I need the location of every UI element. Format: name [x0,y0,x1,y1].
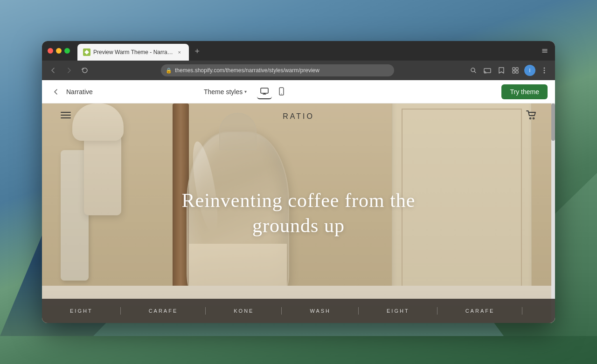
hero-title: Reinventing coffee from the grounds up [159,188,438,239]
close-window-button[interactable] [48,48,53,54]
svg-rect-5 [513,71,515,73]
titlebar-right-controls [540,46,549,55]
svg-point-7 [544,68,545,69]
profile-initial: I [529,68,531,73]
theme-preview-bar: Narrative Theme styles ▾ [42,80,555,103]
back-button[interactable] [48,65,59,76]
browser-titlebar: Preview Warm Theme - Narra… × + [42,41,555,61]
hero-title-line2: grounds up [252,215,345,237]
profile-avatar[interactable]: I [524,65,535,76]
marquee-item-3: WASH [282,308,359,314]
svg-rect-6 [516,71,518,73]
preview-scrollbar[interactable] [551,103,555,323]
expand-icon[interactable] [540,46,549,55]
more-options-icon[interactable] [539,65,549,76]
svg-point-13 [530,118,531,119]
active-tab[interactable]: Preview Warm Theme - Narra… × [77,44,189,61]
forward-button[interactable] [63,65,75,76]
svg-point-8 [544,70,545,71]
site-navigation: RATIO [42,103,555,129]
hamburger-menu-icon[interactable] [61,111,71,121]
desktop-view-button[interactable] [257,84,272,99]
shopify-logo-icon [84,50,89,55]
addressbar-icons: I [468,65,549,76]
tab-area: Preview Warm Theme - Narra… × + [77,41,536,61]
traffic-lights [48,48,70,54]
website-preview-area: RATIO Reinventing coffee from the ground… [42,103,555,323]
mobile-view-button[interactable] [274,84,289,99]
device-toggle-group [257,84,289,99]
svg-point-2 [484,73,485,74]
svg-rect-4 [516,68,518,70]
minimize-window-button[interactable] [56,48,62,54]
lock-icon: 🔒 [166,68,172,74]
hero-title-line1: Reinventing coffee from the [182,190,416,211]
svg-rect-1 [484,69,491,73]
marquee-item-2: KONE [206,308,282,314]
tab-close-button[interactable]: × [176,48,183,56]
theme-styles-label: Theme styles [204,88,243,96]
url-text: themes.shopify.com/themes/narrative/styl… [175,67,389,74]
browser-window: Preview Warm Theme - Narra… × + [42,41,555,323]
theme-controls: Theme styles ▾ [199,84,289,99]
tab-manager-icon[interactable] [510,65,521,76]
marquee-item-4: EIGHT [359,308,437,314]
marquee-item-5: CARAFE [437,308,523,314]
reload-button[interactable] [79,65,90,76]
new-tab-button[interactable]: + [191,45,204,58]
hero-text-block: Reinventing coffee from the grounds up [159,188,438,239]
website-preview: RATIO Reinventing coffee from the ground… [42,103,555,323]
chevron-down-icon: ▾ [244,89,247,94]
marquee-item-0: EIGHT [42,308,121,314]
marquee-item-1: CARAFE [121,308,206,314]
address-bar[interactable]: 🔒 themes.shopify.com/themes/narrative/st… [161,64,394,76]
bookmark-icon[interactable] [496,65,507,76]
theme-styles-dropdown[interactable]: Theme styles ▾ [199,85,251,98]
svg-rect-10 [261,88,268,93]
tab-title: Preview Warm Theme - Narra… [93,49,173,55]
site-logo[interactable]: RATIO [283,112,314,121]
browser-addressbar: 🔒 themes.shopify.com/themes/narrative/st… [42,61,555,80]
theme-name-label: Narrative [66,88,93,96]
try-theme-button[interactable]: Try theme [501,84,548,99]
svg-point-9 [544,72,545,74]
svg-point-12 [281,93,282,94]
svg-rect-3 [513,68,515,70]
cast-icon[interactable] [482,65,493,76]
search-icon[interactable] [468,65,479,76]
tab-favicon-shopify [83,48,90,56]
marquee-track: EIGHT CARAFE KONE WASH EIGHT CARAFE [42,308,555,314]
product-marquee-bar: EIGHT CARAFE KONE WASH EIGHT CARAFE [42,299,555,323]
cart-icon[interactable] [526,110,536,122]
theme-back-button[interactable] [49,85,62,98]
svg-point-14 [533,118,535,119]
maximize-window-button[interactable] [64,48,70,54]
